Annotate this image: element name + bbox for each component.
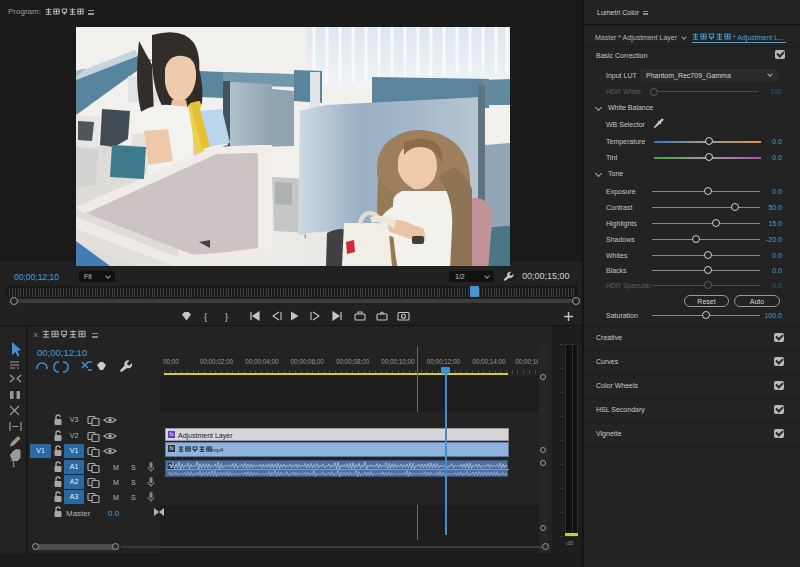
svg-text:T: T	[11, 458, 17, 469]
svg-text:}: }	[225, 312, 228, 322]
svg-text:{: {	[204, 312, 207, 322]
